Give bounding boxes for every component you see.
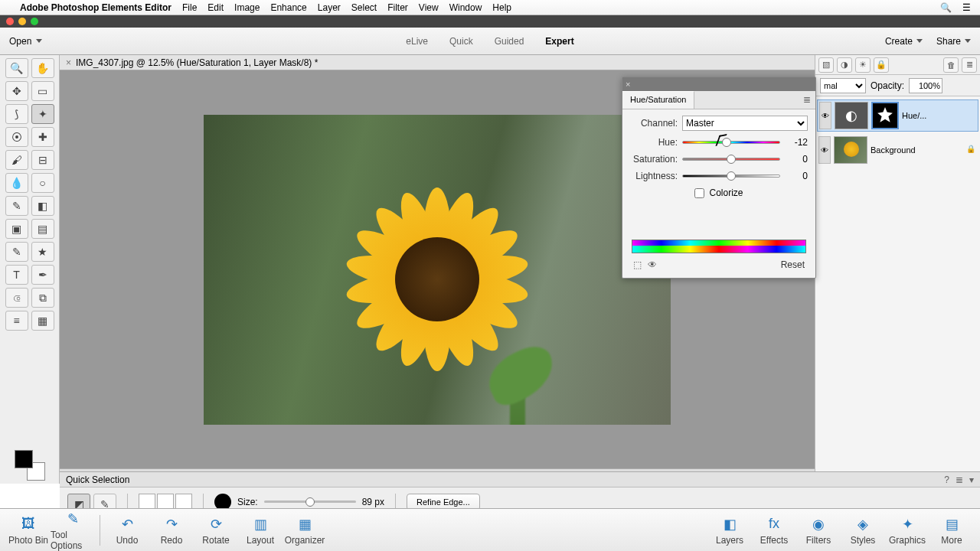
zoom-tool[interactable]: 🔍	[5, 58, 28, 78]
taskbar-filters[interactable]: ◉Filters	[796, 515, 841, 546]
colorize-checkbox[interactable]	[694, 188, 704, 198]
clip-to-layer-icon[interactable]: ⬚	[633, 259, 642, 270]
lightness-value[interactable]: 0	[786, 171, 808, 181]
menu-enhance[interactable]: Enhance	[270, 2, 306, 13]
menu-filter[interactable]: Filter	[387, 2, 408, 13]
panel-tab[interactable]: Hue/Saturation	[622, 91, 694, 109]
adjustment-thumb-icon[interactable]: ◐	[835, 102, 868, 129]
layer-group-icon[interactable]: ◑	[837, 57, 852, 73]
layer-mask-thumb[interactable]	[871, 102, 899, 129]
lightness-slider[interactable]	[682, 171, 780, 181]
color-picker-tool[interactable]: ✎	[5, 242, 28, 262]
layer-fx-icon[interactable]: ☀	[855, 57, 871, 73]
mode-elive[interactable]: eLive	[406, 36, 428, 47]
eraser-tool[interactable]: ◧	[31, 196, 54, 216]
taskbar-rotate[interactable]: ⟳Rotate	[194, 515, 238, 546]
menu-help[interactable]: Help	[492, 2, 511, 13]
minimize-window-icon[interactable]	[18, 18, 26, 25]
collapse-icon[interactable]: ▾	[969, 474, 974, 485]
menu-select[interactable]: Select	[351, 2, 377, 13]
hand-tool[interactable]: ✋	[31, 58, 54, 78]
taskbar-tool-options[interactable]: ✎Tool Options	[51, 510, 95, 551]
lock-layer-icon[interactable]: 🔒	[874, 57, 889, 73]
close-panel-icon[interactable]: ×	[626, 80, 630, 89]
blur-tool[interactable]: 💧	[5, 173, 28, 193]
shape-tool[interactable]: ★	[31, 242, 54, 262]
color-swatches[interactable]	[15, 450, 45, 481]
mode-quick[interactable]: Quick	[449, 36, 473, 47]
taskbar-photo-bin[interactable]: 🖼Photo Bin	[6, 515, 51, 546]
open-button[interactable]: Open	[9, 36, 42, 47]
taskbar-redo[interactable]: ↷Redo	[149, 515, 194, 546]
visibility-icon[interactable]: 👁	[819, 102, 831, 129]
content-aware-tool[interactable]: ▦	[31, 311, 54, 331]
menu-view[interactable]: View	[419, 2, 439, 13]
document-tab[interactable]: × IMG_4307.jpg @ 12.5% (Hue/Saturation 1…	[60, 57, 324, 68]
taskbar-more[interactable]: ▤More	[929, 515, 974, 546]
taskbar-effects[interactable]: fxEffects	[752, 515, 796, 546]
color-spectrum[interactable]	[632, 240, 806, 253]
blend-mode-select[interactable]: mal	[820, 78, 866, 93]
brush-tool[interactable]: 🖌	[5, 150, 28, 170]
taskbar-layers[interactable]: ◧Layers	[707, 515, 752, 546]
create-button[interactable]: Create	[885, 36, 923, 47]
eyedropper-tool[interactable]: ⦿	[5, 127, 28, 147]
saturation-slider[interactable]	[682, 154, 780, 165]
menu-file[interactable]: File	[182, 2, 197, 13]
reset-button[interactable]: Reset	[781, 259, 805, 270]
panel-titlebar[interactable]: ×	[622, 77, 815, 91]
brush-size-slider[interactable]	[264, 497, 356, 507]
taskbar-organizer[interactable]: ▦Organizer	[283, 515, 327, 546]
layer-background[interactable]: 👁 Background 🔒	[817, 135, 978, 165]
taskbar-graphics[interactable]: ✦Graphics	[885, 515, 929, 546]
taskbar-layout[interactable]: ▥Layout	[238, 515, 283, 546]
recompose-tool[interactable]: ⧉	[31, 288, 54, 308]
hue-slider[interactable]	[682, 137, 780, 148]
hue-value[interactable]: -12	[786, 137, 808, 148]
visibility-icon[interactable]: 👁	[818, 136, 831, 164]
mode-guided[interactable]: Guided	[495, 36, 524, 47]
mode-expert[interactable]: Expert	[545, 36, 573, 47]
lasso-tool[interactable]: ⟆	[5, 104, 28, 124]
paint-bucket-tool[interactable]: ▣	[5, 219, 28, 239]
panel-menu-icon[interactable]: ≣	[962, 57, 977, 73]
toggle-visibility-icon[interactable]: 👁	[648, 259, 657, 270]
share-button[interactable]: Share	[936, 36, 971, 47]
opacity-input[interactable]	[909, 78, 942, 93]
marquee-tool[interactable]: ▭	[31, 81, 54, 101]
zoom-window-icon[interactable]	[31, 18, 38, 25]
menu-layer[interactable]: Layer	[318, 2, 341, 13]
quick-selection-tool[interactable]: ✦	[31, 104, 54, 124]
menu-edit[interactable]: Edit	[207, 2, 224, 13]
saturation-value[interactable]: 0	[786, 154, 808, 165]
colorize-label: Colorize	[709, 187, 743, 198]
menu-extras-icon[interactable]: ☰	[962, 2, 971, 13]
menu-window[interactable]: Window	[449, 2, 482, 13]
spotlight-icon[interactable]: 🔍	[940, 2, 952, 13]
gradient-tool[interactable]: ▤	[31, 219, 54, 239]
canvas[interactable]	[204, 115, 671, 425]
layer-thumb[interactable]	[834, 136, 867, 164]
sponge-tool[interactable]: ○	[31, 173, 54, 193]
close-window-icon[interactable]	[6, 18, 14, 25]
clone-tool[interactable]: ⊟	[31, 150, 54, 170]
crop-tool[interactable]: ⟃	[5, 288, 28, 308]
straighten-tool[interactable]: ≡	[5, 311, 28, 331]
channel-select[interactable]: Master	[682, 116, 808, 131]
type-tool[interactable]: T	[5, 265, 28, 285]
close-tab-icon[interactable]: ×	[66, 57, 71, 68]
taskbar-styles[interactable]: ◈Styles	[841, 515, 885, 546]
pen-tool[interactable]: ✒	[31, 265, 54, 285]
pencil-tool[interactable]: ✎	[5, 196, 28, 216]
options-menu-icon[interactable]: ≣	[956, 474, 963, 485]
new-layer-icon[interactable]: ▧	[818, 57, 834, 73]
panel-menu-icon[interactable]: ≣	[799, 91, 815, 109]
move-tool[interactable]: ✥	[5, 81, 28, 101]
hue-label: Hue:	[630, 137, 678, 148]
layer-hue-saturation[interactable]: 👁 ◐ Hue/...	[817, 99, 978, 132]
menu-image[interactable]: Image	[234, 2, 260, 13]
healing-tool[interactable]: ✚	[31, 127, 54, 147]
help-icon[interactable]: ?	[944, 474, 949, 485]
delete-layer-icon[interactable]: 🗑	[943, 57, 959, 73]
taskbar-undo[interactable]: ↶Undo	[105, 515, 149, 546]
